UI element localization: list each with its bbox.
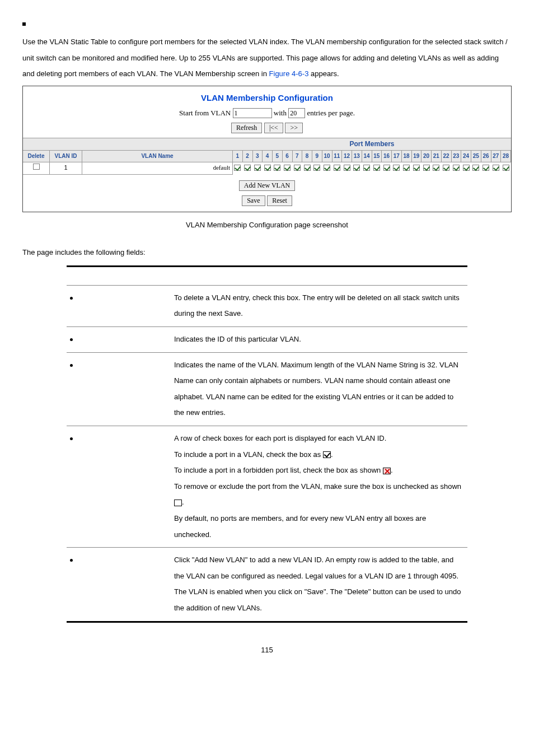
- port-checkbox[interactable]: [503, 165, 509, 171]
- section-bullet: [22, 22, 26, 26]
- port-checkbox[interactable]: [433, 165, 439, 171]
- cell-vlanname: default: [82, 162, 232, 173]
- figure-link[interactable]: Figure 4-6-3: [269, 69, 309, 78]
- entries-input[interactable]: [288, 108, 305, 118]
- port-header: 22: [442, 151, 452, 162]
- port-cell: [302, 162, 312, 175]
- port-header: 17: [392, 151, 402, 162]
- port-checkbox[interactable]: [363, 165, 370, 171]
- port-checkbox[interactable]: [254, 165, 261, 171]
- screenshot-caption: VLAN Membership Configuration page scree…: [22, 220, 512, 230]
- port-cell: [253, 162, 263, 175]
- next-page-button[interactable]: >>: [285, 123, 303, 133]
- port-cell: [263, 162, 273, 175]
- port-checkbox[interactable]: [373, 165, 380, 171]
- port-cell: [471, 162, 481, 175]
- refresh-button[interactable]: Refresh: [231, 123, 262, 133]
- port-header: 19: [412, 151, 422, 162]
- port-cell: [501, 162, 511, 175]
- port-cell: [312, 162, 322, 175]
- port-header: 28: [501, 151, 511, 162]
- port-cell: [362, 162, 372, 175]
- port-cell: [283, 162, 293, 175]
- save-button[interactable]: Save: [242, 195, 265, 206]
- port-header: 13: [352, 151, 362, 162]
- port-checkbox[interactable]: [383, 165, 390, 171]
- port-checkbox[interactable]: [393, 165, 400, 171]
- table-row: To delete a VLAN entry, check this box. …: [67, 285, 468, 326]
- page-number: 115: [22, 645, 512, 655]
- port-checkbox[interactable]: [472, 165, 479, 171]
- port-header: 14: [362, 151, 372, 162]
- bullet-icon: [70, 364, 73, 367]
- port-header: 15: [372, 151, 382, 162]
- port-members-header-row: Port Members: [23, 138, 511, 151]
- port-header: 10: [322, 151, 332, 162]
- checked-box-icon: [323, 451, 331, 458]
- port-checkbox[interactable]: [493, 165, 499, 171]
- port-cell: [332, 162, 343, 175]
- port-checkbox[interactable]: [304, 165, 311, 171]
- port-checkbox[interactable]: [403, 165, 410, 171]
- port-checkbox[interactable]: [334, 165, 340, 171]
- port-header: 5: [273, 151, 283, 162]
- port-header: 9: [312, 151, 322, 162]
- reset-button[interactable]: Reset: [267, 195, 292, 206]
- port-checkbox[interactable]: [443, 165, 449, 171]
- port-header: 3: [253, 151, 263, 162]
- table-row: Indicates the name of the VLAN. Maximum …: [67, 352, 468, 426]
- port-cell: [421, 162, 432, 175]
- port-checkbox[interactable]: [413, 165, 420, 171]
- port-header: 26: [481, 151, 491, 162]
- empty-box-icon: [174, 500, 182, 506]
- add-new-vlan-button[interactable]: Add New VLAN: [239, 180, 295, 191]
- field-delete-desc: To delete a VLAN entry, check this box. …: [171, 285, 467, 326]
- port-cell: [392, 162, 402, 175]
- delete-checkbox[interactable]: [33, 164, 40, 170]
- port-cell: [402, 162, 412, 175]
- port-cell: [382, 162, 392, 175]
- start-vlan-input[interactable]: [233, 108, 272, 118]
- port-header: 24: [461, 151, 471, 162]
- port-header: 25: [471, 151, 481, 162]
- port-checkbox[interactable]: [344, 165, 350, 171]
- col-delete: Delete: [23, 151, 49, 162]
- port-checkbox[interactable]: [264, 165, 271, 171]
- field-vlanid-desc: Indicates the ID of this particular VLAN…: [171, 327, 467, 353]
- vlan-table: Delete VLAN ID 1 VLAN Name default 12345…: [23, 151, 511, 175]
- port-cell: [293, 162, 303, 175]
- port-checkbox[interactable]: [274, 165, 280, 171]
- table-row: A row of check boxes for each port is di…: [67, 426, 468, 547]
- bullet-icon: [70, 297, 73, 300]
- port-cell: [372, 162, 382, 175]
- action-buttons: Add New VLAN Save Reset: [23, 175, 511, 212]
- first-page-button[interactable]: |<<: [264, 123, 283, 133]
- port-checkbox[interactable]: [423, 165, 430, 171]
- port-header: 7: [293, 151, 303, 162]
- port-checkbox[interactable]: [284, 165, 291, 171]
- forbidden-box-icon: [383, 468, 391, 474]
- port-checkbox[interactable]: [453, 165, 460, 171]
- port-cell: [322, 162, 332, 175]
- port-header: 8: [302, 151, 312, 162]
- port-header: 11: [332, 151, 343, 162]
- start-from-label: Start from VLAN: [179, 109, 231, 117]
- port-checkbox[interactable]: [324, 165, 330, 171]
- port-checkbox[interactable]: [244, 165, 251, 171]
- col-vlanid: VLAN ID: [50, 151, 82, 162]
- port-header: 16: [382, 151, 392, 162]
- cell-vlanid: 1: [50, 162, 82, 173]
- port-checkbox[interactable]: [234, 165, 241, 171]
- port-checkbox[interactable]: [463, 165, 470, 171]
- port-checkbox[interactable]: [483, 165, 489, 171]
- nav-buttons: Refresh |<< >>: [23, 123, 511, 138]
- port-checkbox[interactable]: [313, 165, 320, 171]
- intro-text-before: Use the VLAN Static Table to configure p…: [22, 38, 508, 78]
- port-header: 20: [421, 151, 432, 162]
- port-cell: [243, 162, 253, 175]
- port-checkbox[interactable]: [294, 165, 301, 171]
- intro-text-after: appears.: [311, 69, 339, 78]
- port-checkbox[interactable]: [353, 165, 360, 171]
- port-cell: [452, 162, 462, 175]
- port-cell: [233, 162, 243, 175]
